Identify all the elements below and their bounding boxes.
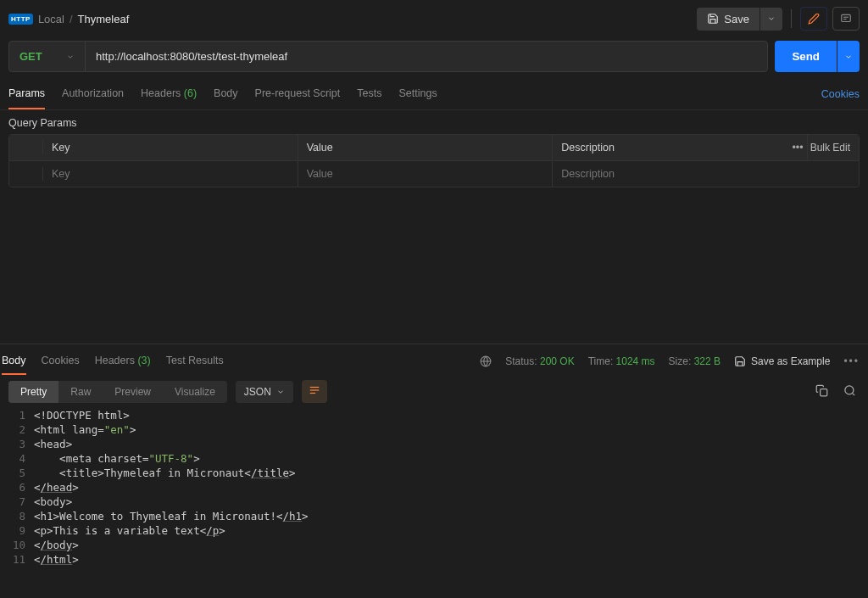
resp-tab-test-results[interactable]: Test Results bbox=[166, 348, 224, 375]
line-number: 7 bbox=[0, 495, 34, 509]
breadcrumb-local[interactable]: Local bbox=[38, 13, 64, 25]
breadcrumb: HTTP Local / Thymeleaf bbox=[8, 13, 129, 25]
response-more-icon[interactable]: ••• bbox=[843, 355, 860, 367]
response-view-row: Pretty Raw Preview Visualize JSON bbox=[0, 375, 868, 408]
wrap-icon bbox=[309, 385, 320, 395]
save-as-example[interactable]: Save as Example bbox=[734, 355, 830, 367]
line-number: 11 bbox=[0, 552, 34, 567]
tab-prerequest[interactable]: Pre-request Script bbox=[255, 79, 341, 109]
resp-tab-headers-label: Headers bbox=[95, 355, 135, 366]
chevron-down-icon bbox=[66, 53, 75, 61]
view-visualize[interactable]: Visualize bbox=[163, 381, 227, 403]
tab-headers-count: (6) bbox=[184, 87, 197, 99]
params-key-input[interactable] bbox=[52, 168, 289, 180]
svg-point-9 bbox=[845, 385, 854, 394]
svg-rect-8 bbox=[821, 388, 827, 395]
line-content: <html lang="en"> bbox=[34, 422, 136, 437]
params-desc-input[interactable] bbox=[561, 168, 850, 180]
tab-body[interactable]: Body bbox=[214, 79, 238, 109]
params-key-header: Key bbox=[43, 135, 298, 160]
line-content: <head> bbox=[34, 437, 72, 451]
comments-button[interactable] bbox=[832, 7, 860, 31]
params-checkbox-header bbox=[9, 141, 43, 154]
bulk-edit-link[interactable]: Bulk Edit bbox=[810, 142, 850, 154]
tab-params[interactable]: Params bbox=[8, 79, 45, 109]
status-value: 200 OK bbox=[540, 355, 575, 367]
code-line: 8<h1>Welcome to Thymeleaf in Micronaut!<… bbox=[0, 509, 868, 523]
view-preview[interactable]: Preview bbox=[103, 381, 163, 403]
resp-tab-headers[interactable]: Headers (3) bbox=[95, 348, 151, 375]
save-dropdown[interactable] bbox=[760, 8, 782, 31]
tab-tests[interactable]: Tests bbox=[357, 79, 381, 109]
size-value: 322 B bbox=[694, 355, 721, 367]
code-line: 9<p>This is a variable text</p> bbox=[0, 523, 868, 538]
resp-tab-cookies[interactable]: Cookies bbox=[42, 348, 80, 375]
http-badge: HTTP bbox=[8, 14, 33, 25]
params-header-row: Key Value Description ••• Bulk Edit bbox=[9, 135, 859, 160]
line-number: 5 bbox=[0, 466, 34, 480]
method-select[interactable]: GET bbox=[9, 42, 86, 71]
line-number: 6 bbox=[0, 480, 34, 495]
globe-icon[interactable] bbox=[480, 355, 492, 367]
response-panel: Body Cookies Headers (3) Test Results St… bbox=[0, 344, 868, 598]
code-line: 1<!DOCTYPE html> bbox=[0, 408, 868, 422]
line-number: 4 bbox=[0, 451, 34, 466]
status-label: Status: bbox=[505, 355, 537, 367]
line-number: 1 bbox=[0, 408, 34, 422]
resp-tab-body[interactable]: Body bbox=[2, 348, 26, 375]
tab-headers[interactable]: Headers (6) bbox=[141, 79, 197, 109]
code-line: 10</body> bbox=[0, 538, 868, 552]
breadcrumb-sep: / bbox=[70, 13, 73, 25]
line-number: 9 bbox=[0, 523, 34, 538]
method-value: GET bbox=[19, 50, 42, 63]
pencil-icon bbox=[808, 13, 820, 25]
line-content: </html> bbox=[34, 552, 79, 567]
save-icon bbox=[734, 355, 746, 367]
code-line: 7<body> bbox=[0, 495, 868, 509]
line-number: 8 bbox=[0, 509, 34, 523]
tab-authorization[interactable]: Authorization bbox=[62, 79, 124, 109]
copy-button[interactable] bbox=[812, 381, 832, 403]
svg-rect-0 bbox=[842, 14, 851, 21]
view-raw[interactable]: Raw bbox=[58, 381, 103, 403]
line-number: 3 bbox=[0, 437, 34, 451]
params-desc-header: Description bbox=[553, 135, 808, 160]
params-value-input[interactable] bbox=[307, 168, 544, 180]
line-number: 10 bbox=[0, 538, 34, 552]
line-content: <title>Thymeleaf in Micronaut</title> bbox=[34, 466, 296, 480]
time-label: Time: bbox=[588, 355, 614, 367]
edit-button[interactable] bbox=[800, 7, 827, 31]
url-input[interactable] bbox=[86, 42, 767, 71]
line-content: <meta charset="UTF-8"> bbox=[34, 451, 200, 466]
size-label: Size: bbox=[669, 355, 692, 367]
params-empty-row bbox=[9, 160, 859, 187]
code-line: 6</head> bbox=[0, 480, 868, 495]
wrap-lines-button[interactable] bbox=[302, 380, 327, 403]
code-line: 2<html lang="en"> bbox=[0, 422, 868, 437]
send-button[interactable]: Send bbox=[775, 41, 837, 72]
query-params-title: Query Params bbox=[0, 110, 868, 134]
send-dropdown[interactable] bbox=[837, 41, 860, 72]
line-content: <!DOCTYPE html> bbox=[34, 408, 130, 422]
svg-line-10 bbox=[852, 393, 854, 395]
line-number: 2 bbox=[0, 422, 34, 437]
format-select[interactable]: JSON bbox=[236, 381, 293, 403]
save-button[interactable]: Save bbox=[697, 8, 760, 31]
tab-settings[interactable]: Settings bbox=[398, 79, 437, 109]
chevron-down-icon bbox=[276, 388, 285, 396]
line-content: <h1>Welcome to Thymeleaf in Micronaut!</… bbox=[34, 509, 309, 523]
view-mode-segment: Pretty Raw Preview Visualize bbox=[8, 381, 227, 403]
response-code[interactable]: 1<!DOCTYPE html>2<html lang="en">3<head>… bbox=[0, 408, 868, 598]
line-content: </body> bbox=[34, 538, 79, 552]
view-pretty[interactable]: Pretty bbox=[8, 381, 58, 403]
search-button[interactable] bbox=[840, 381, 860, 403]
save-example-label: Save as Example bbox=[751, 355, 830, 367]
code-line: 4 <meta charset="UTF-8"> bbox=[0, 451, 868, 466]
cookies-link[interactable]: Cookies bbox=[821, 88, 860, 100]
params-more-icon[interactable]: ••• bbox=[792, 142, 803, 154]
params-row-checkbox[interactable] bbox=[9, 167, 43, 181]
resp-tab-headers-count: (3) bbox=[137, 355, 150, 366]
format-value: JSON bbox=[244, 386, 271, 398]
response-tabs: Body Cookies Headers (3) Test Results St… bbox=[0, 344, 868, 375]
request-tabs: Params Authorization Headers (6) Body Pr… bbox=[0, 79, 868, 110]
